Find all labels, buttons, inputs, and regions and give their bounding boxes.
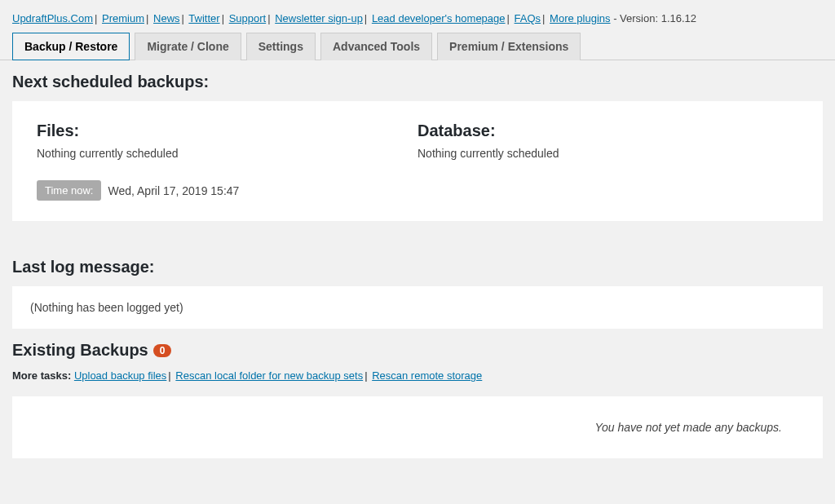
version-text: - Version: 1.16.12 (613, 12, 696, 24)
files-column: Files: Nothing currently scheduled (37, 122, 418, 160)
more-tasks: More tasks: Upload backup files| Rescan … (12, 369, 823, 382)
link-twitter[interactable]: Twitter (188, 12, 219, 24)
section-existing: Existing Backups 0 More tasks: Upload ba… (0, 329, 835, 458)
tab-migrate-clone[interactable]: Migrate / Clone (135, 33, 241, 60)
time-now-label: Time now: (37, 180, 101, 201)
link-news[interactable]: News (153, 12, 180, 24)
time-row: Time now: Wed, April 17, 2019 15:47 (37, 180, 798, 201)
link-newsletter[interactable]: Newsletter sign-up (275, 12, 363, 24)
scheduled-box: Files: Nothing currently scheduled Datab… (12, 101, 823, 221)
link-faqs[interactable]: FAQs (515, 12, 541, 24)
existing-count-badge: 0 (153, 344, 172, 357)
database-column: Database: Nothing currently scheduled (418, 122, 798, 160)
heading-log: Last log message: (12, 258, 823, 276)
files-value: Nothing currently scheduled (37, 147, 418, 160)
tab-settings[interactable]: Settings (246, 33, 316, 60)
no-backups-box: You have not yet made any backups. (12, 396, 823, 458)
link-premium[interactable]: Premium (102, 12, 144, 24)
database-value: Nothing currently scheduled (418, 147, 798, 160)
nav-tabs: Backup / Restore Migrate / Clone Setting… (0, 33, 835, 60)
link-more-plugins[interactable]: More plugins (550, 12, 610, 24)
log-box: (Nothing has been logged yet) (12, 286, 823, 329)
log-message: (Nothing has been logged yet) (30, 301, 183, 314)
time-now-value: Wed, April 17, 2019 15:47 (108, 184, 239, 197)
link-dev-homepage[interactable]: Lead developer's homepage (372, 12, 506, 24)
link-upload-backup[interactable]: Upload backup files (74, 369, 166, 382)
top-links-bar: UpdraftPlus.Com| Premium| News| Twitter|… (0, 0, 835, 33)
database-label: Database: (418, 122, 798, 140)
link-rescan-local[interactable]: Rescan local folder for new backup sets (175, 369, 363, 382)
existing-title: Existing Backups (12, 341, 148, 360)
heading-existing: Existing Backups 0 (12, 341, 823, 360)
tab-premium-extensions[interactable]: Premium / Extensions (437, 33, 581, 60)
heading-scheduled: Next scheduled backups: (12, 73, 823, 91)
files-label: Files: (37, 122, 418, 140)
link-updraftplus[interactable]: UpdraftPlus.Com (12, 12, 93, 24)
tab-backup-restore[interactable]: Backup / Restore (12, 33, 130, 60)
more-tasks-label: More tasks: (12, 369, 71, 382)
section-log: Last log message: (Nothing has been logg… (0, 245, 835, 329)
no-backups-message: You have not yet made any backups. (594, 421, 782, 434)
section-scheduled: Next scheduled backups: Files: Nothing c… (0, 60, 835, 221)
link-rescan-remote[interactable]: Rescan remote storage (372, 369, 482, 382)
link-support[interactable]: Support (229, 12, 267, 24)
tab-advanced-tools[interactable]: Advanced Tools (320, 33, 432, 60)
